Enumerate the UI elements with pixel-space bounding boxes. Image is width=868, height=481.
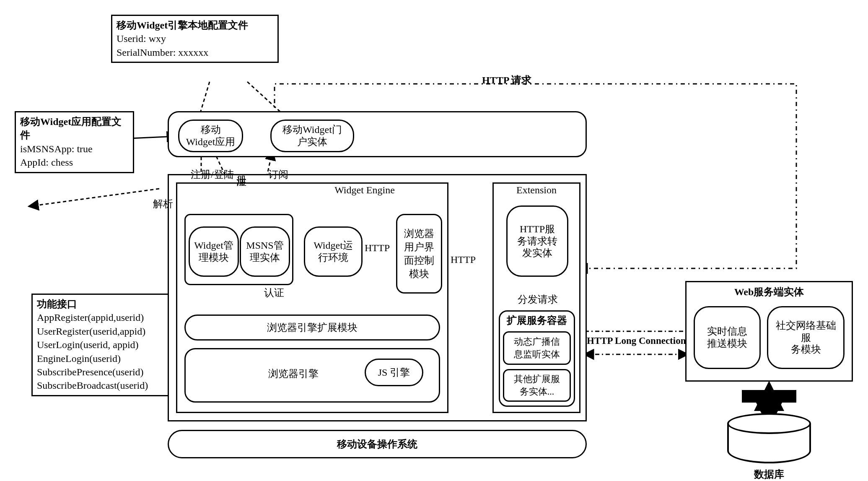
server-title: Web服务端实体 [713, 285, 826, 299]
label-dispatch: 分发请求 [510, 293, 565, 306]
pill-push: 实时信息 推送模块 [694, 306, 761, 369]
note-api-l1: AppRegister(appid,userid) [37, 311, 171, 324]
label-parse: 解析 [153, 197, 173, 211]
note-app-config-title: 移动Widget应用配置文件 [20, 115, 129, 142]
label-register-login: 注册/登陆 [191, 168, 234, 181]
pill-ext-module-text: 浏览器引擎扩展模块 [267, 321, 358, 334]
label-long-conn: HTTP Long Connection [587, 335, 686, 346]
pill-msns-mgr: MSNS管 理实体 [240, 226, 290, 277]
pill-os-text: 移动设备操作系统 [337, 437, 417, 451]
server-db-block [742, 390, 796, 403]
widget-engine-title: Widget Engine [319, 185, 411, 196]
pill-broadcast: 动态广播信 息监听实体 [503, 331, 571, 365]
note-app-config-line2: AppId: chess [20, 156, 129, 169]
note-api-l5: SubscribePresence(userid) [37, 365, 171, 379]
pill-runtime: Widget运 行环境 [304, 226, 363, 277]
note-engine-config-line1: Userid: wxy [117, 32, 273, 45]
label-http2: HTTP [451, 254, 476, 265]
label-register-vert: 注册 [235, 168, 248, 210]
label-auth: 认证 [264, 286, 284, 299]
pill-os: 移动设备操作系统 [168, 430, 587, 458]
pill-widget-mgr: Widget管 理模块 [189, 226, 239, 277]
label-http-req: HTTP 请求 [482, 73, 531, 87]
extension-title: Extension [507, 185, 566, 196]
note-engine-config-line2: SerialNumber: xxxxxx [117, 46, 273, 59]
note-api: 功能接口 AppRegister(appid,userid) UserRegis… [31, 294, 176, 396]
ext-service-container-title: 扩展服务容器 [503, 314, 571, 327]
note-api-l6: SubscribeBroadcast(userid) [37, 379, 171, 392]
db-cylinder [727, 413, 811, 463]
note-api-l2: UserRegister(userid,appid) [37, 325, 171, 338]
note-app-config: 移动Widget应用配置文件 isMSNSApp: true AppId: ch… [15, 111, 134, 173]
label-browser-engine: 浏览器引擎 [268, 367, 319, 380]
note-api-l4: EngineLogin(userid) [37, 352, 171, 365]
note-app-config-line1: isMSNSApp: true [20, 142, 129, 156]
label-http1: HTTP [365, 242, 390, 254]
pill-http-fwd: HTTP服 务请求转 发实体 [506, 205, 568, 277]
note-api-l3: UserLogin(userid, appid) [37, 338, 171, 351]
label-subscribe: 订阅 [268, 168, 288, 181]
pill-js-engine: JS 引擎 [365, 359, 423, 386]
db-label: 数据库 [748, 468, 790, 481]
note-api-title: 功能接口 [37, 297, 171, 311]
diagram-stage: { "notes": { "engine_config": { "title":… [0, 0, 868, 481]
note-engine-config: 移动Widget引擎本地配置文件 Userid: wxy SerialNumbe… [111, 15, 279, 63]
pill-widget-app: 移动 Widget应用 [178, 120, 243, 152]
pill-ext-module: 浏览器引擎扩展模块 [184, 315, 440, 341]
pill-widget-portal: 移动Widget门 户实体 [270, 120, 354, 152]
pill-browser-ui: 浏览器 用户界 面控制 模块 [396, 214, 442, 294]
note-engine-config-title: 移动Widget引擎本地配置文件 [117, 18, 273, 32]
pill-social: 社交网络基础服 务模块 [767, 306, 845, 369]
pill-other-ext: 其他扩展服 务实体... [503, 369, 571, 402]
